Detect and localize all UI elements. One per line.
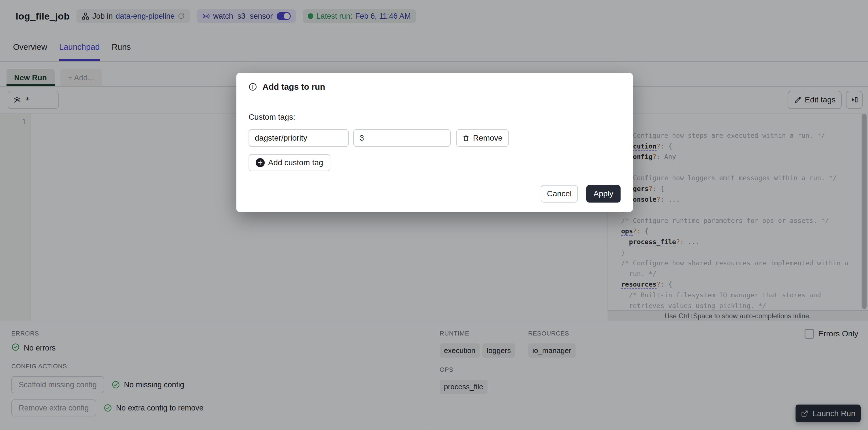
- tag-row: Remove: [249, 129, 621, 147]
- cancel-button[interactable]: Cancel: [541, 185, 578, 203]
- trash-icon: [462, 134, 470, 142]
- modal-backdrop[interactable]: [0, 0, 868, 430]
- info-icon: [248, 82, 257, 91]
- remove-tag-button[interactable]: Remove: [456, 129, 509, 147]
- plus-circle-icon: +: [256, 158, 265, 167]
- remove-tag-label: Remove: [473, 134, 502, 142]
- add-tags-modal: Add tags to run Custom tags: Remove: [237, 73, 633, 212]
- add-custom-tag-label: Add custom tag: [268, 158, 323, 167]
- dagster-launchpad-page: log_file_job Job in data-eng-pipeline: [0, 0, 868, 430]
- tag-value-input[interactable]: [353, 129, 451, 147]
- add-custom-tag-button[interactable]: + Add custom tag: [249, 154, 330, 171]
- apply-button[interactable]: Apply: [586, 185, 621, 203]
- modal-title: Add tags to run: [262, 82, 325, 92]
- modal-header: Add tags to run: [237, 73, 633, 101]
- modal-footer: Cancel Apply: [541, 185, 621, 203]
- modal-body: Custom tags: Remove + Ad: [237, 112, 633, 171]
- tag-key-input[interactable]: [249, 129, 349, 147]
- custom-tags-label: Custom tags:: [249, 112, 621, 122]
